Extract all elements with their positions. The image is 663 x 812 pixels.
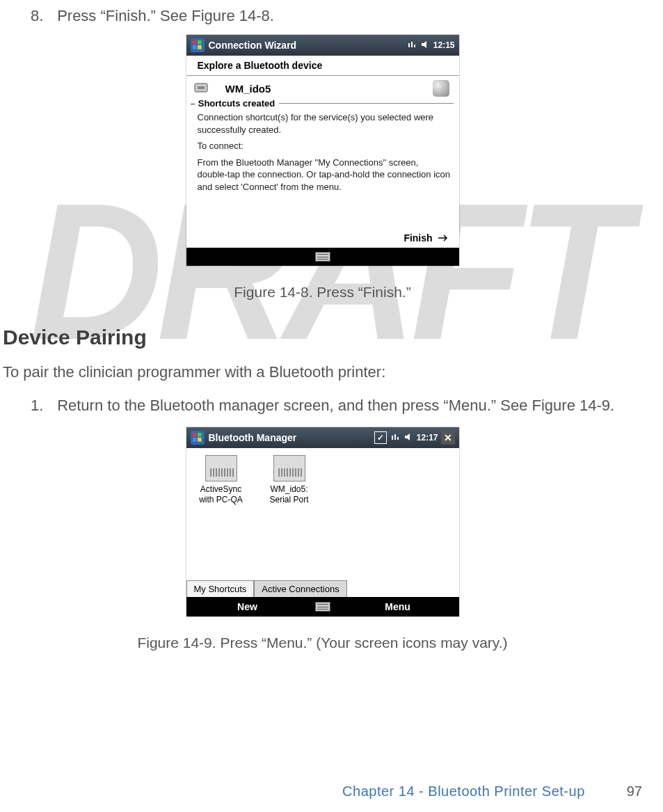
- volume-icon: [404, 432, 413, 444]
- shortcut-label-1a: ActiveSync: [193, 484, 249, 494]
- tab-active-connections: Active Connections: [254, 580, 346, 597]
- titlebar-2: Bluetooth Manager ✓ 12:17 ✕: [186, 427, 459, 448]
- connectivity-icon: [407, 40, 417, 51]
- step-8: 8. Press “Finish.” See Figure 14-8.: [3, 7, 642, 25]
- svg-rect-7: [193, 433, 197, 437]
- wizard-text-2: To connect:: [198, 140, 451, 152]
- figure-14-9-screenshot: Bluetooth Manager ✓ 12:17 ✕ Ac: [186, 427, 459, 616]
- shortcut-label-1b: with PC-QA: [193, 495, 249, 504]
- svg-rect-1: [198, 40, 202, 45]
- soft-key-bar-2: New Menu: [186, 597, 459, 616]
- svg-rect-2: [193, 45, 197, 49]
- pairing-intro: To pair the clinician programmer with a …: [3, 363, 642, 381]
- svg-marker-4: [422, 41, 426, 48]
- notification-check-icon: ✓: [374, 431, 387, 444]
- section-heading-device-pairing: Device Pairing: [3, 326, 642, 349]
- tab-my-shortcuts: My Shortcuts: [186, 580, 255, 597]
- footer-page-number: 97: [627, 783, 642, 799]
- svg-rect-0: [193, 40, 197, 45]
- titlebar-title: Connection Wizard: [209, 40, 297, 51]
- step-1: 1. Return to the Bluetooth manager scree…: [3, 397, 642, 415]
- info-bubble-icon: [433, 80, 449, 97]
- group-dash: –: [191, 98, 195, 109]
- softkey-new: New: [186, 601, 309, 612]
- step-1-text: Return to the Bluetooth manager screen, …: [57, 397, 614, 414]
- windows-start-icon: [191, 431, 205, 445]
- device-icon: [193, 81, 213, 96]
- activesync-icon: [205, 455, 237, 481]
- step-1-number: 1.: [31, 397, 53, 415]
- step-8-text: Press “Finish.” See Figure 14-8.: [57, 7, 274, 24]
- titlebar-2-time: 12:17: [417, 433, 438, 443]
- close-icon: ✕: [441, 431, 455, 445]
- figure-14-9-caption: Figure 14-9. Press “Menu.” (Your screen …: [3, 635, 642, 651]
- svg-marker-11: [405, 433, 410, 440]
- figure-14-8-caption: Figure 14-8. Press “Finish.”: [3, 284, 642, 301]
- device-name: WM_ido5: [225, 83, 271, 95]
- softkey-menu: Menu: [337, 601, 459, 612]
- connectivity-icon: [390, 432, 400, 444]
- wizard-text-3: From the Bluetooth Manager "My Connectio…: [198, 157, 451, 193]
- titlebar-time: 12:15: [433, 40, 455, 50]
- wizard-header: Explore a Bluetooth device: [186, 56, 459, 76]
- svg-rect-9: [193, 438, 197, 442]
- group-label: Shortcuts created: [198, 98, 275, 109]
- keyboard-icon: [315, 602, 330, 612]
- finish-arrow-icon: [438, 232, 449, 244]
- finish-button-label: Finish: [404, 232, 432, 244]
- soft-key-bar: [186, 248, 459, 266]
- svg-rect-10: [198, 438, 202, 442]
- svg-rect-6: [198, 86, 205, 89]
- wizard-text-1: Connection shortcut(s) for the service(s…: [198, 111, 451, 136]
- shortcut-label-2a: WM_ido5:: [262, 484, 317, 494]
- svg-rect-3: [198, 45, 202, 49]
- step-8-number: 8.: [31, 7, 53, 25]
- volume-icon: [420, 40, 430, 51]
- keyboard-icon: [315, 252, 330, 262]
- shortcut-item-activesync: ActiveSync with PC-QA: [193, 455, 249, 504]
- shortcut-item-serialport: WM_ido5: Serial Port: [262, 455, 317, 504]
- svg-rect-8: [198, 433, 202, 437]
- footer-chapter: Chapter 14 - Bluetooth Printer Set-up: [342, 783, 585, 799]
- windows-start-icon: [191, 38, 205, 52]
- serialport-icon: [273, 455, 305, 481]
- figure-14-8-screenshot: Connection Wizard 12:15 Explore a Blueto…: [186, 35, 459, 266]
- titlebar: Connection Wizard 12:15: [186, 35, 459, 56]
- titlebar-2-title: Bluetooth Manager: [209, 432, 297, 443]
- shortcut-label-2b: Serial Port: [262, 495, 317, 504]
